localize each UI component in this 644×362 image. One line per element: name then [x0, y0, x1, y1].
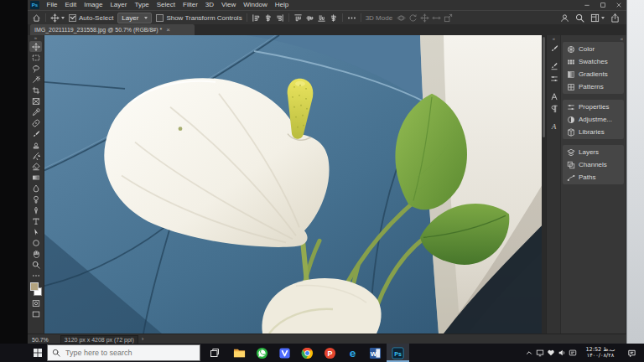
menu-select[interactable]: Select — [153, 0, 179, 10]
photo-canvas[interactable] — [44, 35, 542, 334]
brush-tool[interactable] — [29, 128, 42, 139]
menu-help[interactable]: Help — [271, 0, 292, 10]
path-selection-tool[interactable] — [29, 226, 42, 237]
close-button[interactable] — [610, 0, 626, 10]
menu-image[interactable]: Image — [80, 0, 106, 10]
panel-button-color[interactable]: Color — [563, 43, 624, 55]
panel-button-patterns[interactable]: Patterns — [563, 80, 624, 93]
eyedropper-tool[interactable] — [29, 106, 42, 117]
align-middle-icon[interactable] — [305, 13, 314, 23]
3d-scale-icon[interactable] — [444, 13, 453, 23]
word-app[interactable] — [364, 344, 387, 362]
history-brush-tool[interactable] — [29, 150, 42, 161]
blue-messenger-app[interactable] — [273, 344, 296, 362]
hand-tool[interactable] — [29, 248, 42, 259]
photoshop-app[interactable] — [387, 344, 409, 362]
clone-stamp-tool[interactable] — [29, 139, 42, 150]
display-tray-icon[interactable] — [534, 344, 545, 362]
type-tool[interactable] — [29, 215, 42, 226]
minimize-button[interactable] — [579, 0, 595, 10]
chrome-app[interactable] — [296, 344, 319, 362]
taskbar-clock[interactable]: 12:52 ب.ظ ۱۴۰۰/۰۸/۲۸ — [581, 347, 620, 359]
search-icon[interactable] — [575, 13, 584, 23]
home-icon[interactable] — [32, 13, 41, 23]
search-input[interactable] — [64, 348, 184, 358]
gradient-tool[interactable] — [29, 172, 42, 183]
scrollbar-thumb[interactable] — [543, 37, 545, 137]
menu-edit[interactable]: Edit — [61, 0, 80, 10]
hidden-icons-chevron[interactable] — [523, 344, 534, 362]
panel-button-libraries[interactable]: Libraries — [563, 126, 624, 138]
3d-roll-icon[interactable] — [408, 13, 418, 23]
auto-select-checkbox[interactable] — [69, 14, 76, 22]
marquee-tool[interactable] — [29, 52, 42, 63]
action-center-button[interactable] — [623, 344, 640, 362]
edge-app[interactable] — [341, 344, 364, 362]
panel-button-layers[interactable]: Layers — [563, 146, 624, 158]
zoom-tool[interactable] — [29, 259, 42, 270]
task-view-button[interactable] — [205, 344, 225, 362]
blur-tool[interactable] — [29, 183, 42, 194]
paragraph-panel[interactable] — [548, 102, 560, 115]
crop-tool[interactable] — [29, 85, 42, 96]
panel-button-gradients[interactable]: Gradients — [563, 68, 624, 80]
align-left-icon[interactable] — [252, 13, 261, 23]
workspace-switcher[interactable] — [590, 13, 605, 23]
character-panel[interactable] — [548, 90, 560, 102]
color-swatches[interactable] — [30, 282, 42, 296]
menu-type[interactable]: Type — [131, 0, 153, 10]
auto-select-option[interactable]: Auto-Select — [69, 14, 113, 22]
menu-view[interactable]: View — [218, 0, 240, 10]
3d-orbit-icon[interactable] — [397, 13, 406, 23]
quick-mask-toggle[interactable] — [29, 297, 42, 308]
volume-tray-icon[interactable] — [556, 344, 567, 362]
object-selection-tool[interactable] — [29, 74, 42, 85]
show-transform-checkbox[interactable] — [156, 14, 164, 22]
3d-slide-icon[interactable] — [432, 13, 441, 23]
start-button[interactable] — [28, 344, 47, 362]
lasso-tool[interactable] — [29, 63, 42, 74]
menu-file[interactable]: File — [43, 0, 61, 10]
menu-layer[interactable]: Layer — [106, 0, 131, 10]
taskbar-search[interactable] — [47, 344, 200, 361]
dodge-tool[interactable] — [29, 194, 42, 204]
show-transform-option[interactable]: Show Transform Controls — [156, 14, 242, 22]
menu-filter[interactable]: Filter — [179, 0, 202, 10]
document-canvas[interactable] — [44, 35, 542, 334]
health-tray-icon[interactable] — [545, 344, 556, 362]
align-top-icon[interactable] — [293, 13, 303, 23]
photo-editor-p-app[interactable] — [319, 344, 341, 362]
3d-pan-icon[interactable] — [420, 13, 429, 23]
panel-button-paths[interactable]: Paths — [563, 171, 624, 184]
eraser-tool[interactable] — [29, 161, 42, 172]
menu-3d[interactable]: 3D — [201, 0, 217, 10]
status-popup-arrow-icon[interactable] — [142, 336, 144, 343]
file-explorer-app[interactable] — [228, 344, 251, 362]
frame-tool[interactable] — [29, 96, 42, 106]
restore-button[interactable] — [595, 0, 610, 10]
toolbar-collapse-icon[interactable] — [34, 35, 37, 41]
more-options-icon[interactable] — [347, 13, 356, 23]
healing-brush-tool[interactable] — [29, 117, 42, 128]
distribute-icon[interactable] — [329, 13, 338, 23]
zoom-level-field[interactable]: 50.7% — [32, 337, 49, 343]
glyphs-panel[interactable] — [548, 120, 560, 132]
panel-button-adjustme[interactable]: Adjustme... — [563, 113, 624, 126]
align-right-icon[interactable] — [275, 13, 284, 23]
panel-button-swatches[interactable]: Swatches — [563, 55, 624, 68]
auto-select-target-dropdown[interactable]: Layer — [117, 13, 152, 23]
expand-panels-icon[interactable] — [553, 35, 555, 42]
whatsapp-app[interactable] — [251, 344, 273, 362]
panel-button-properties[interactable]: Properties — [563, 101, 624, 113]
current-tool-indicator[interactable] — [50, 13, 65, 23]
tab-close-icon[interactable]: × — [166, 27, 170, 34]
menu-window[interactable]: Window — [240, 0, 271, 10]
brush-settings-panel[interactable] — [548, 42, 560, 54]
shape-tool[interactable] — [29, 237, 42, 248]
pen-tool[interactable] — [29, 204, 42, 215]
align-center-icon[interactable] — [263, 13, 273, 23]
account-icon[interactable] — [560, 13, 569, 23]
align-bottom-icon[interactable] — [317, 13, 326, 23]
screen-mode-toggle[interactable] — [29, 308, 42, 319]
keyboard-language-tray-icon[interactable] — [567, 344, 578, 362]
